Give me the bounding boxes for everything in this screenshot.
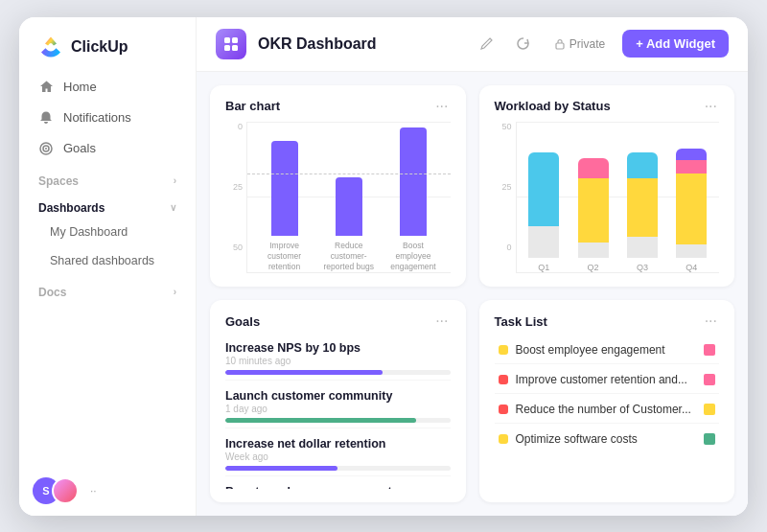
goal-fill-3 <box>225 466 337 471</box>
task-list-header: Task List ··· <box>495 313 720 329</box>
bar-col-3: Boost employeeengagement <box>385 127 440 273</box>
goal-time-1: 10 minutes ago <box>225 356 451 366</box>
stacked-bar-q4 <box>676 149 707 259</box>
goal-name-4: Boost employee engagement <box>225 485 451 489</box>
goal-fill-1 <box>225 370 383 375</box>
sidebar-section-dashboards[interactable]: Dashboards ∨ <box>27 192 188 219</box>
grid-icon <box>222 35 240 53</box>
goal-name-3: Increase net dollar retention <box>225 437 451 451</box>
bar-chart-y-axis: 50250 <box>225 122 243 253</box>
workload-y-axis: 02550 <box>495 122 512 253</box>
refresh-icon <box>516 36 530 51</box>
svg-rect-4 <box>232 37 238 43</box>
shared-dashboards-label: Shared dashboards <box>50 254 154 267</box>
refresh-button[interactable] <box>510 31 537 58</box>
task-item-1: Boost employee engagement <box>495 336 720 364</box>
sidebar-section-spaces[interactable]: Spaces › <box>27 165 188 192</box>
stacked-bar-q3 <box>627 152 658 258</box>
sidebar-item-my-dashboard[interactable]: My Dashboard <box>27 219 188 245</box>
task-flag-3 <box>704 404 715 415</box>
sidebar-item-shared-dashboards[interactable]: Shared dashboards <box>27 247 188 274</box>
stacked-col-q4: Q4 <box>672 149 711 273</box>
avatar-initials: S <box>42 485 49 497</box>
goal-item-3: Increase net dollar retention Week ago <box>225 432 451 476</box>
task-dot-2 <box>499 375 508 384</box>
goals-header: Goals ··· <box>225 313 451 329</box>
svg-rect-6 <box>232 45 238 51</box>
sidebar-section-docs[interactable]: Docs › <box>27 276 188 303</box>
goal-item-2: Launch customer community 1 day ago <box>225 384 451 428</box>
workload-chart-menu-button[interactable]: ··· <box>703 99 719 114</box>
stacked-bar-q2 <box>578 158 609 258</box>
goals-list: Increase NPS by 10 bps 10 minutes ago La… <box>225 336 451 489</box>
stacked-chart-area: 02550 <box>495 122 720 274</box>
bar-chart-card: Bar chart ··· 50250 <box>210 85 466 288</box>
private-badge: Private <box>546 37 613 51</box>
sidebar-item-home-label: Home <box>63 80 97 94</box>
task-name-1: Boost employee engagement <box>516 343 697 357</box>
workload-chart-card: Workload by Status ··· 02550 <box>479 85 735 288</box>
sidebar-item-notifications[interactable]: Notifications <box>27 104 188 132</box>
task-flag-1 <box>704 344 715 356</box>
task-flag-2 <box>704 374 715 385</box>
goals-title: Goals <box>225 314 260 329</box>
bar-chart-title: Bar chart <box>225 99 280 113</box>
bar-chart-menu-button[interactable]: ··· <box>433 99 450 114</box>
stacked-col-q2: Q2 <box>573 149 613 273</box>
goals-card: Goals ··· Increase NPS by 10 bps 10 minu… <box>210 300 466 502</box>
avatar-overflow-dots: ·· <box>90 484 97 497</box>
main-content: OKR Dashboard Private + Add Widget <box>197 17 748 516</box>
topbar: OKR Dashboard Private + Add Widget <box>197 17 748 72</box>
task-list-menu-button[interactable]: ··· <box>703 313 719 329</box>
bar-label-1: Improve customerretention <box>257 241 312 272</box>
task-list-card: Task List ··· Boost employee engagement … <box>479 300 735 502</box>
sidebar-item-notifications-label: Notifications <box>63 110 131 125</box>
stacked-label-q1: Q1 <box>538 263 549 272</box>
goals-menu-button[interactable]: ··· <box>433 313 450 329</box>
task-item-2: Improve customer retention and... <box>495 366 720 394</box>
stacked-label-q2: Q2 <box>588 263 599 272</box>
sidebar-item-goals-label: Goals <box>63 141 96 155</box>
svg-rect-5 <box>224 45 230 51</box>
svg-rect-7 <box>556 43 564 49</box>
goal-track-2 <box>225 418 451 423</box>
task-dot-4 <box>499 434 508 444</box>
task-item-3: Reduce the number of Customer... <box>495 396 720 424</box>
dashboard-icon-wrap <box>216 29 246 59</box>
goal-track-3 <box>225 466 451 471</box>
bar-col-1: Improve customerretention <box>257 127 312 273</box>
add-widget-button[interactable]: + Add Widget <box>622 30 729 58</box>
topbar-actions: Private + Add Widget <box>474 30 729 58</box>
bar-1 <box>271 141 298 235</box>
goal-name-1: Increase NPS by 10 bps <box>225 341 451 355</box>
app-name: ClickUp <box>71 38 128 56</box>
task-list: Boost employee engagement Improve custom… <box>495 336 720 489</box>
task-item-4: Optimize software costs <box>495 426 720 452</box>
bar-chart-header: Bar chart ··· <box>225 99 451 114</box>
home-icon <box>38 80 54 95</box>
task-list-title: Task List <box>495 314 547 329</box>
lock-icon <box>554 38 566 50</box>
task-name-2: Improve customer retention and... <box>516 373 697 386</box>
task-name-3: Reduce the number of Customer... <box>516 403 697 416</box>
dashboards-label: Dashboards <box>38 201 105 215</box>
goal-track-1 <box>225 370 451 375</box>
avatar-group[interactable]: S <box>33 477 79 504</box>
stacked-label-q3: Q3 <box>637 263 648 272</box>
pencil-icon <box>479 36 494 51</box>
goal-time-3: Week ago <box>225 451 451 462</box>
svg-rect-3 <box>224 37 230 43</box>
stacked-bar-q1 <box>528 152 559 258</box>
private-label: Private <box>569 37 605 51</box>
bar-chart-area: 50250 <box>225 122 451 274</box>
add-widget-label: + Add Widget <box>636 36 715 51</box>
sidebar-logo[interactable]: ClickUp <box>19 17 196 73</box>
bar-label-3: Boost employeeengagement <box>385 241 440 272</box>
sidebar-item-home[interactable]: Home <box>27 73 188 102</box>
edit-button[interactable] <box>474 31 500 58</box>
sidebar-item-goals[interactable]: Goals <box>27 134 188 163</box>
spaces-chevron: › <box>174 175 176 186</box>
task-dot-3 <box>499 405 508 414</box>
svg-point-2 <box>45 148 47 150</box>
bell-icon <box>38 110 54 126</box>
